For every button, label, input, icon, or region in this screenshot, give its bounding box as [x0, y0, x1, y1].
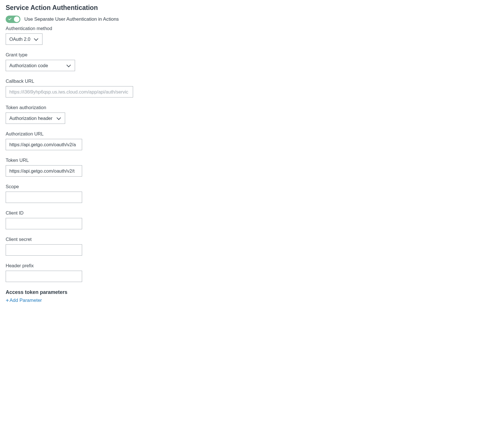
callback-url-label: Callback URL — [6, 79, 498, 84]
callback-url-input[interactable] — [9, 86, 129, 97]
auth-method-label: Authentication method — [6, 26, 498, 31]
header-prefix-input[interactable] — [9, 271, 78, 282]
chevron-down-icon — [34, 37, 39, 42]
authorization-url-input[interactable] — [9, 139, 78, 150]
token-url-field[interactable] — [6, 165, 82, 177]
toggle-knob — [14, 16, 20, 22]
token-auth-label: Token authorization — [6, 105, 498, 110]
scope-field[interactable] — [6, 192, 82, 203]
add-parameter-link[interactable]: + Add Parameter — [6, 298, 42, 303]
token-auth-select[interactable]: Authorization header — [6, 113, 65, 124]
client-secret-field[interactable] — [6, 244, 82, 256]
add-parameter-label: Add Parameter — [10, 298, 42, 303]
authorization-url-field[interactable] — [6, 139, 82, 150]
token-auth-value: Authorization header — [9, 116, 52, 121]
grant-type-value: Authorization code — [9, 63, 48, 68]
grant-type-select[interactable]: Authorization code — [6, 60, 75, 71]
token-url-label: Token URL — [6, 158, 498, 163]
authorization-url-label: Authorization URL — [6, 131, 498, 137]
chevron-down-icon — [66, 63, 71, 68]
page-title: Service Action Authentication — [6, 4, 498, 12]
separate-user-auth-toggle[interactable] — [6, 16, 20, 23]
callback-url-field[interactable] — [6, 86, 133, 97]
scope-label: Scope — [6, 184, 498, 189]
check-icon — [8, 17, 12, 21]
access-token-params-heading: Access token parameters — [6, 289, 498, 295]
auth-method-value: OAuth 2.0 — [9, 37, 30, 42]
chevron-down-icon — [56, 116, 61, 121]
client-secret-input[interactable] — [9, 245, 78, 255]
header-prefix-field[interactable] — [6, 271, 82, 282]
token-url-input[interactable] — [9, 166, 78, 176]
scope-input[interactable] — [9, 192, 78, 203]
client-secret-label: Client secret — [6, 237, 498, 242]
grant-type-label: Grant type — [6, 52, 498, 58]
auth-method-select[interactable]: OAuth 2.0 — [6, 33, 42, 45]
plus-icon: + — [6, 298, 9, 303]
client-id-field[interactable] — [6, 218, 82, 229]
client-id-label: Client ID — [6, 210, 498, 216]
header-prefix-label: Header prefix — [6, 263, 498, 268]
separate-user-auth-label: Use Separate User Authentication in Acti… — [24, 16, 119, 22]
client-id-input[interactable] — [9, 218, 78, 229]
